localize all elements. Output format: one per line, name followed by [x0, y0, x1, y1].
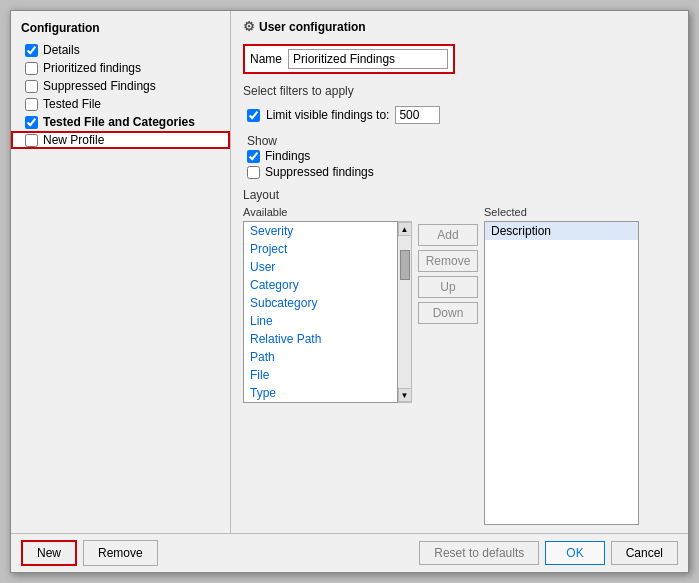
label-tested-file: Tested File: [43, 97, 101, 111]
limit-input[interactable]: [395, 106, 440, 124]
layout-buttons: Add Remove Up Down: [418, 206, 478, 525]
name-row: Name: [243, 44, 455, 74]
show-section: Show FindingsSuppressed findings: [243, 132, 676, 180]
down-button[interactable]: Down: [418, 302, 478, 324]
label-details: Details: [43, 43, 80, 57]
show-checkbox-suppressed[interactable]: [247, 166, 260, 179]
new-button[interactable]: New: [21, 540, 77, 566]
bottom-bar: New Remove Reset to defaults OK Cancel: [11, 533, 688, 572]
available-list[interactable]: SeverityProjectUserCategorySubcategoryLi…: [243, 221, 398, 403]
show-label-findings: Findings: [265, 149, 310, 163]
right-panel: ⚙ User configuration Name Select filters…: [231, 11, 688, 533]
show-items-container: FindingsSuppressed findings: [247, 148, 676, 180]
reset-button[interactable]: Reset to defaults: [419, 541, 539, 565]
limit-checkbox[interactable]: [247, 109, 260, 122]
available-item[interactable]: Type: [244, 384, 397, 402]
dialog-body: Configuration DetailsPrioritized finding…: [11, 11, 688, 533]
name-input[interactable]: [288, 49, 448, 69]
label-suppressed-findings: Suppressed Findings: [43, 79, 156, 93]
available-item[interactable]: Relative Path: [244, 330, 397, 348]
available-item[interactable]: File: [244, 366, 397, 384]
remove-profile-button[interactable]: Remove: [83, 540, 158, 566]
show-item-suppressed: Suppressed findings: [247, 164, 676, 180]
ok-button[interactable]: OK: [545, 541, 604, 565]
filters-title: Select filters to apply: [243, 84, 676, 98]
checkbox-details[interactable]: [25, 44, 38, 57]
available-label: Available: [243, 206, 412, 218]
available-item[interactable]: User: [244, 258, 397, 276]
up-button[interactable]: Up: [418, 276, 478, 298]
limit-label: Limit visible findings to:: [266, 108, 389, 122]
checkbox-tested-file-categories[interactable]: [25, 116, 38, 129]
bottom-left: New Remove: [21, 540, 158, 566]
cancel-button[interactable]: Cancel: [611, 541, 678, 565]
layout-section: Layout Available SeverityProjectUserCate…: [243, 188, 676, 525]
bottom-right: Reset to defaults OK Cancel: [419, 541, 678, 565]
show-title: Show: [247, 134, 676, 148]
checkbox-prioritized-findings[interactable]: [25, 62, 38, 75]
selected-col: Selected Description: [484, 206, 639, 525]
tree-items-container: DetailsPrioritized findingsSuppressed Fi…: [11, 41, 230, 149]
show-checkbox-findings[interactable]: [247, 150, 260, 163]
sidebar-item-details[interactable]: Details: [11, 41, 230, 59]
available-item[interactable]: Category: [244, 276, 397, 294]
remove-button[interactable]: Remove: [418, 250, 478, 272]
checkbox-new-profile[interactable]: [25, 134, 38, 147]
name-label: Name: [250, 52, 282, 66]
sidebar-item-new-profile[interactable]: New Profile: [11, 131, 230, 149]
selected-list[interactable]: Description: [484, 221, 639, 525]
checkbox-suppressed-findings[interactable]: [25, 80, 38, 93]
sidebar-item-tested-file[interactable]: Tested File: [11, 95, 230, 113]
sidebar-item-tested-file-categories[interactable]: Tested File and Categories: [11, 113, 230, 131]
main-dialog: Configuration DetailsPrioritized finding…: [10, 10, 689, 573]
selected-label: Selected: [484, 206, 639, 218]
available-item[interactable]: Line: [244, 312, 397, 330]
available-scrollbar: ▲ ▼: [398, 221, 412, 403]
scroll-up-arrow[interactable]: ▲: [398, 222, 412, 236]
checkbox-tested-file[interactable]: [25, 98, 38, 111]
show-label-suppressed: Suppressed findings: [265, 165, 374, 179]
filter-row: Limit visible findings to:: [243, 106, 676, 124]
sidebar-item-suppressed-findings[interactable]: Suppressed Findings: [11, 77, 230, 95]
user-config-title: ⚙ User configuration: [243, 19, 676, 34]
layout-columns: Available SeverityProjectUserCategorySub…: [243, 206, 676, 525]
available-col: Available SeverityProjectUserCategorySub…: [243, 206, 412, 525]
label-prioritized-findings: Prioritized findings: [43, 61, 141, 75]
available-item[interactable]: Severity: [244, 222, 397, 240]
available-item[interactable]: Subcategory: [244, 294, 397, 312]
configuration-title: Configuration: [11, 17, 230, 41]
label-tested-file-categories: Tested File and Categories: [43, 115, 195, 129]
left-panel: Configuration DetailsPrioritized finding…: [11, 11, 231, 533]
available-list-area: SeverityProjectUserCategorySubcategoryLi…: [243, 221, 412, 403]
available-item[interactable]: Path: [244, 348, 397, 366]
scroll-thumb[interactable]: [400, 250, 410, 280]
show-item-findings: Findings: [247, 148, 676, 164]
available-item[interactable]: Project: [244, 240, 397, 258]
selected-item[interactable]: Description: [485, 222, 638, 240]
layout-label: Layout: [243, 188, 676, 202]
scroll-down-arrow[interactable]: ▼: [398, 388, 412, 402]
add-button[interactable]: Add: [418, 224, 478, 246]
label-new-profile: New Profile: [43, 133, 104, 147]
sidebar-item-prioritized-findings[interactable]: Prioritized findings: [11, 59, 230, 77]
gear-icon: ⚙: [243, 19, 255, 34]
